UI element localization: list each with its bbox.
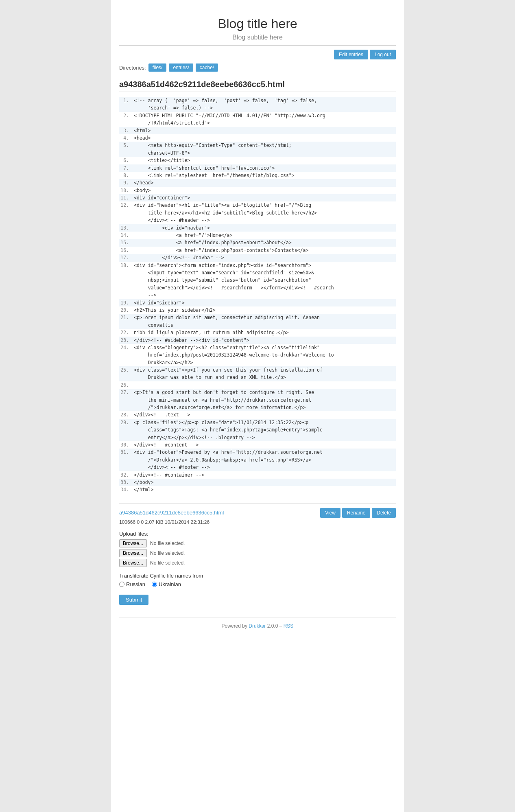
line-content: <head> bbox=[132, 134, 396, 142]
dir-entries-button[interactable]: entries/ bbox=[169, 63, 193, 72]
code-line: 17. </div><!-- #navbar --> bbox=[119, 254, 396, 261]
line-content: <p>Lorem ipsum dolor sit amet, consectet… bbox=[132, 314, 396, 329]
code-line: 11.<div id="container"> bbox=[119, 194, 396, 201]
code-line: 12.<div id="header"><h1 id="title"><a id… bbox=[119, 201, 396, 224]
code-line: 1.<!-- array ( 'page' => false, 'post' =… bbox=[119, 97, 396, 112]
line-number: 15. bbox=[119, 239, 132, 246]
line-content: <div id="header"><h1 id="title"><a id="b… bbox=[132, 201, 396, 224]
line-number: 6. bbox=[119, 157, 132, 164]
line-number: 27. bbox=[119, 389, 132, 411]
line-number: 5. bbox=[119, 142, 132, 157]
line-number: 22. bbox=[119, 329, 132, 336]
line-content: <a href="/index.php?post=about">About</a… bbox=[132, 239, 396, 246]
blog-subtitle: Blog subtitle here bbox=[119, 34, 396, 41]
footer-drukkar-link[interactable]: Drukkar bbox=[249, 623, 266, 629]
footer-version: 2.0.0 – bbox=[266, 623, 283, 629]
line-content: <meta http-equiv="Content-Type" content=… bbox=[132, 142, 396, 157]
line-content: <div class="blogentry"><h2 class="entryt… bbox=[132, 344, 396, 366]
line-content: <link rel="shortcut icon" href="favicon.… bbox=[132, 164, 396, 172]
code-line: 29.<p class="files"></p><p class="date">… bbox=[119, 419, 396, 441]
delete-button[interactable]: Delete bbox=[372, 508, 396, 518]
directories-row: Directories: files/ entries/ cache/ bbox=[119, 63, 396, 72]
browse-button-2[interactable]: Browse... bbox=[119, 549, 147, 557]
file-actions-row: a94386a51d462c9211de8eebe6636cc5.html Vi… bbox=[119, 508, 396, 518]
browse-button-3[interactable]: Browse... bbox=[119, 559, 147, 567]
app-container: Blog title here Blog subtitle here Edit … bbox=[111, 0, 404, 812]
line-content: <p>It's a good start but don't forget to… bbox=[132, 389, 396, 411]
no-file-text-2: No file selected. bbox=[150, 550, 185, 556]
line-number: 8. bbox=[119, 172, 132, 179]
line-content: </html> bbox=[132, 486, 396, 493]
line-content: </div><!-- #navbar --> bbox=[132, 254, 396, 261]
line-number: 31. bbox=[119, 449, 132, 471]
code-line: 6. <title></title> bbox=[119, 157, 396, 164]
line-content: <title></title> bbox=[132, 157, 396, 164]
line-number: 14. bbox=[119, 232, 132, 239]
upload-row-3: Browse... No file selected. bbox=[119, 559, 396, 567]
line-number: 16. bbox=[119, 247, 132, 254]
radio-ukrainian-label[interactable]: Ukrainian bbox=[152, 581, 181, 587]
code-line: 18.<div id="search"><form action="index.… bbox=[119, 262, 396, 299]
file-info-text: 100666 0 0 2.07 KiB 10/01/2014 22:31:26 bbox=[119, 519, 396, 525]
line-number: 13. bbox=[119, 224, 132, 232]
dir-files-button[interactable]: files/ bbox=[148, 63, 167, 72]
dir-cache-button[interactable]: cache/ bbox=[196, 63, 218, 72]
code-line: 30.</div><!-- #content --> bbox=[119, 441, 396, 449]
directories-label: Directories: bbox=[119, 65, 146, 71]
edit-entries-button[interactable]: Edit entries bbox=[334, 50, 368, 59]
footer: Powered by Drukkar 2.0.0 – RSS bbox=[119, 617, 396, 629]
line-number: 3. bbox=[119, 127, 132, 134]
line-number: 34. bbox=[119, 486, 132, 493]
code-line: 27.<p>It's a good start but don't forget… bbox=[119, 389, 396, 411]
line-number: 10. bbox=[119, 187, 132, 194]
line-content: <p class="files"></p><p class="date">11/… bbox=[132, 419, 396, 441]
line-content: nibh id ligula placerat, ut rutrum nibh … bbox=[132, 329, 396, 336]
line-number: 18. bbox=[119, 262, 132, 299]
radio-ukrainian-text: Ukrainian bbox=[159, 581, 181, 587]
submit-button[interactable]: Submit bbox=[119, 595, 148, 605]
upload-row-1: Browse... No file selected. bbox=[119, 539, 396, 547]
code-line: 26. bbox=[119, 381, 396, 389]
code-line: 10.<body> bbox=[119, 187, 396, 194]
line-number: 12. bbox=[119, 201, 132, 224]
upload-row-2: Browse... No file selected. bbox=[119, 549, 396, 557]
line-number: 32. bbox=[119, 471, 132, 479]
line-content: </body> bbox=[132, 479, 396, 486]
line-number: 21. bbox=[119, 314, 132, 329]
code-line: 2.<!DOCTYPE HTML PUBLIC "-//W3C//DTD HTM… bbox=[119, 112, 396, 127]
view-button[interactable]: View bbox=[320, 508, 340, 518]
code-line: 28.</div><!-- .text --> bbox=[119, 411, 396, 418]
line-content: <body> bbox=[132, 187, 396, 194]
line-content: <link rel="stylesheet" href="/themes/fla… bbox=[132, 172, 396, 179]
code-line: 16. <a href="/index.php?post=contacts">C… bbox=[119, 247, 396, 254]
rename-button[interactable]: Rename bbox=[342, 508, 370, 518]
line-content: </div><!-- #container --> bbox=[132, 471, 396, 479]
footer-rss-link[interactable]: RSS bbox=[284, 623, 294, 629]
line-number: 11. bbox=[119, 194, 132, 201]
line-number: 33. bbox=[119, 479, 132, 486]
code-line: 8. <link rel="stylesheet" href="/themes/… bbox=[119, 172, 396, 179]
code-line: 23.</div><!-- #sidebar --><div id="conte… bbox=[119, 337, 396, 344]
radio-russian-label[interactable]: Russian bbox=[119, 581, 145, 587]
line-content: <div id="container"> bbox=[132, 194, 396, 201]
file-heading: a94386a51d462c9211de8eebe6636cc5.html bbox=[119, 80, 396, 92]
log-out-button[interactable]: Log out bbox=[370, 50, 396, 59]
line-content: </div><!-- .text --> bbox=[132, 411, 396, 418]
file-name-link[interactable]: a94386a51d462c9211de8eebe6636cc5.html bbox=[119, 510, 224, 516]
line-content bbox=[132, 381, 396, 389]
line-number: 4. bbox=[119, 134, 132, 142]
footer-text: Powered by bbox=[222, 623, 249, 629]
upload-section: Upload files: Browse... No file selected… bbox=[119, 531, 396, 567]
radio-ukrainian[interactable] bbox=[152, 582, 157, 587]
radio-russian[interactable] bbox=[119, 582, 124, 587]
line-content: </head> bbox=[132, 179, 396, 186]
line-number: 29. bbox=[119, 419, 132, 441]
line-number: 26. bbox=[119, 381, 132, 389]
line-content: <h2>This is your sidebar</h2> bbox=[132, 306, 396, 314]
code-line: 21.<p>Lorem ipsum dolor sit amet, consec… bbox=[119, 314, 396, 329]
code-line: 3.<html> bbox=[119, 127, 396, 134]
line-number: 2. bbox=[119, 112, 132, 127]
code-line: 14. <a href="/">Home</a> bbox=[119, 232, 396, 239]
line-number: 1. bbox=[119, 97, 132, 112]
browse-button-1[interactable]: Browse... bbox=[119, 539, 147, 547]
